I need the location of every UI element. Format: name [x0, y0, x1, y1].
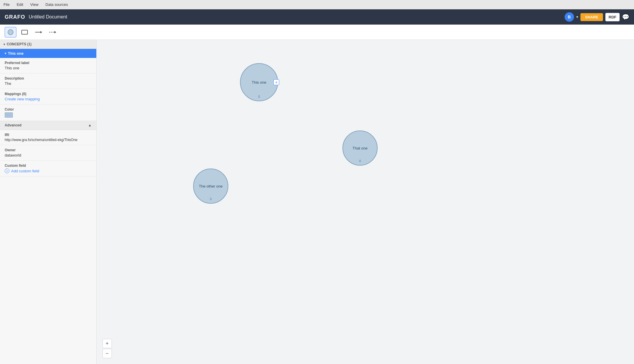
zoom-in-button[interactable]: +: [102, 339, 112, 348]
custom-field-group: Custom field + Add custom field: [0, 161, 96, 176]
advanced-label: Advanced: [5, 123, 21, 127]
color-heading: Color: [5, 107, 92, 111]
concepts-header[interactable]: ▾ CONCEPTS (1): [0, 40, 96, 49]
tool-circle[interactable]: [5, 27, 16, 37]
logo: GRAFO: [5, 14, 25, 20]
iri-group: IRI http://www.gra.fo/schema/untitled-ek…: [0, 130, 96, 145]
dashed-arrow-tool-icon: [49, 30, 57, 34]
node-this-one-label: This one: [252, 80, 266, 85]
share-button[interactable]: SHARE: [580, 13, 603, 21]
user-avatar[interactable]: B: [565, 12, 574, 22]
preferred-label-value: This one: [5, 66, 92, 70]
concept-label: This one: [8, 51, 23, 56]
tool-arrow[interactable]: [33, 27, 44, 37]
concepts-chevron-icon: ▾: [4, 43, 5, 46]
color-swatch[interactable]: [5, 112, 13, 118]
svg-rect-1: [22, 30, 28, 34]
node-this-one[interactable]: This one 0 +: [240, 63, 278, 101]
arrow-tool-icon: [35, 30, 43, 34]
description-heading: Description: [5, 76, 92, 80]
iri-value: http://www.gra.fo/schema/untitled-ekg/Th…: [5, 138, 92, 142]
svg-marker-5: [54, 31, 56, 33]
description-value: The: [5, 81, 92, 86]
preferred-label-group: Preferred label This one: [0, 58, 96, 73]
create-new-mapping-link[interactable]: Create new mapping: [5, 97, 40, 101]
zoom-out-button[interactable]: −: [102, 349, 112, 358]
advanced-collapse-icon: ▲: [88, 123, 92, 127]
svg-point-0: [8, 30, 13, 35]
properties-section: Preferred label This one Description The…: [0, 58, 96, 364]
iri-heading: IRI: [5, 133, 92, 137]
add-custom-field-icon: +: [5, 169, 9, 173]
description-group: Description The: [0, 73, 96, 89]
comment-button[interactable]: 💬: [622, 13, 629, 20]
custom-field-heading: Custom field: [5, 164, 92, 168]
rdf-button[interactable]: RDF: [605, 13, 620, 21]
header-actions: B ▾ SHARE RDF 💬: [565, 12, 629, 22]
node-that-one-label: That one: [352, 146, 367, 150]
node-that-one-count: 0: [359, 159, 361, 163]
toolbar: [0, 25, 634, 40]
preferred-label-heading: Preferred label: [5, 61, 92, 65]
color-group: Color: [0, 104, 96, 121]
owner-value: dataworld: [5, 153, 92, 157]
menu-bar: File Edit View Data sources: [0, 0, 634, 9]
main-layout: ▾ CONCEPTS (1) ▾ This one Preferred labe…: [0, 40, 634, 364]
tool-rectangle[interactable]: [19, 27, 30, 37]
sidebar-concept-this-one[interactable]: ▾ This one: [0, 49, 96, 58]
owner-group: Owner dataworld: [0, 145, 96, 161]
menu-view[interactable]: View: [29, 2, 40, 7]
node-this-one-count: 0: [258, 95, 260, 98]
tool-dashed-arrow[interactable]: [47, 27, 59, 37]
menu-datasources[interactable]: Data sources: [44, 2, 69, 7]
header: GRAFO Untitled Document B ▾ SHARE RDF 💬: [0, 9, 634, 25]
document-title: Untitled Document: [29, 14, 561, 20]
canvas: This one 0 + That one 0 The other one 0 …: [97, 40, 634, 364]
svg-marker-3: [40, 31, 42, 33]
node-the-other-one[interactable]: The other one 0: [193, 169, 228, 204]
node-this-one-add-btn[interactable]: +: [273, 79, 279, 85]
menu-file[interactable]: File: [2, 2, 11, 7]
node-that-one[interactable]: That one 0: [342, 131, 378, 166]
mappings-group: Mappings (0) Create new mapping: [0, 89, 96, 104]
menu-edit[interactable]: Edit: [16, 2, 24, 7]
concepts-header-label: CONCEPTS (1): [7, 42, 32, 46]
owner-heading: Owner: [5, 148, 92, 152]
sidebar: ▾ CONCEPTS (1) ▾ This one Preferred labe…: [0, 40, 97, 364]
add-custom-field-button[interactable]: + Add custom field: [5, 169, 92, 173]
mappings-heading: Mappings (0): [5, 92, 92, 96]
circle-tool-icon: [7, 29, 14, 35]
rectangle-tool-icon: [21, 30, 28, 35]
node-the-other-one-label: The other one: [196, 184, 226, 188]
add-custom-field-label: Add custom field: [11, 169, 39, 173]
node-the-other-one-count: 0: [210, 197, 212, 201]
concept-chevron-icon: ▾: [5, 52, 6, 55]
zoom-controls: + −: [102, 339, 112, 358]
avatar-chevron-icon[interactable]: ▾: [576, 15, 578, 19]
advanced-header[interactable]: Advanced ▲: [0, 121, 96, 130]
